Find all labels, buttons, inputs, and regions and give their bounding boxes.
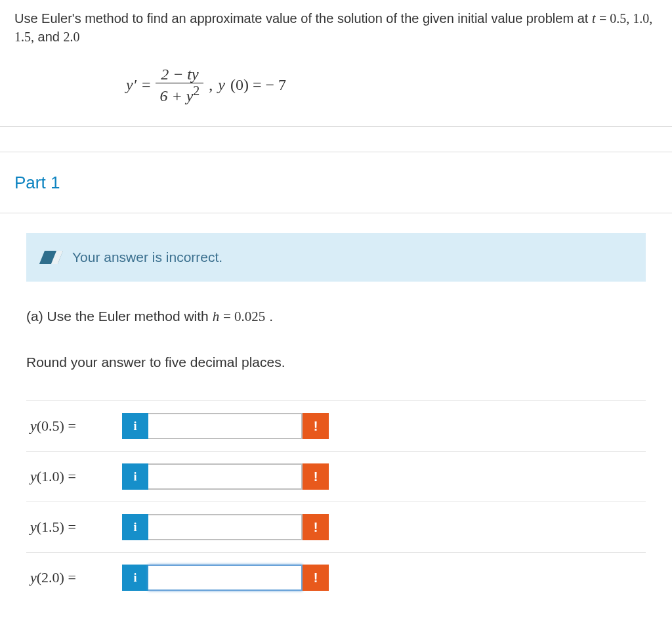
eq-fraction: 2 − ty 6 + y2	[156, 66, 203, 105]
answer-input-group: i!	[122, 565, 329, 591]
eraser-icon	[39, 251, 63, 264]
info-icon[interactable]: i	[122, 565, 148, 591]
answer-label: y(2.0) =	[30, 568, 109, 588]
answer-row: y(1.0) =i!	[26, 452, 646, 502]
var-t: t	[592, 11, 596, 26]
answer-row: y(0.5) =i!	[26, 401, 646, 452]
eq-eq1: =	[142, 74, 151, 96]
answer-input[interactable]	[148, 463, 303, 490]
incorrect-alert: Your answer is incorrect.	[26, 233, 646, 281]
answer-input[interactable]	[148, 413, 303, 439]
answer-input-group: i!	[122, 514, 329, 540]
answer-label: y(1.5) =	[30, 517, 109, 538]
eq-lhs: y′	[126, 74, 136, 96]
equals: =	[599, 11, 610, 26]
part-heading: Part 1	[0, 152, 672, 213]
rounding-instructions: Round your answer to five decimal places…	[26, 353, 646, 372]
answer-label: y(1.0) =	[30, 467, 109, 487]
eq-ic-y: y	[218, 74, 225, 96]
eq-num: 2 − ty	[157, 66, 203, 83]
answer-input[interactable]	[148, 514, 303, 540]
answer-input-group: i!	[122, 463, 329, 490]
info-icon[interactable]: i	[122, 413, 148, 439]
answer-row: y(1.5) =i!	[26, 502, 646, 553]
h-value: 0.025	[234, 309, 265, 324]
t-last: 2.0	[64, 30, 80, 44]
subprompt: (a) Use the Euler method with h = 0.025 …	[26, 307, 646, 326]
part-body: Your answer is incorrect. (a) Use the Eu…	[0, 213, 672, 603]
answer-row: y(2.0) =i!	[26, 553, 646, 603]
answer-input-group: i!	[122, 413, 329, 439]
eq-ic-rest: (0) = − 7	[230, 74, 286, 96]
and-word: and	[38, 30, 64, 44]
alert-text: Your answer is incorrect.	[72, 247, 222, 267]
answer-input[interactable]	[148, 565, 303, 591]
info-icon[interactable]: i	[122, 463, 148, 490]
error-icon: !	[303, 514, 329, 540]
eq-comma: ,	[209, 74, 213, 96]
var-h: h	[213, 309, 220, 324]
eq-den: 6 + y2	[156, 83, 203, 104]
question-prompt: Use Euler's method to find an approximat…	[0, 0, 672, 127]
error-icon: !	[303, 565, 329, 591]
error-icon: !	[303, 413, 329, 439]
answer-label: y(0.5) =	[30, 416, 109, 437]
error-icon: !	[303, 463, 329, 490]
prompt-text: Use Euler's method to find an approximat…	[14, 11, 592, 26]
info-icon[interactable]: i	[122, 514, 148, 540]
equation-block: y′ = 2 − ty 6 + y2 , y (0) = − 7	[126, 66, 658, 105]
answers-table: y(0.5) =i!y(1.0) =i!y(1.5) =i!y(2.0) =i!	[26, 400, 646, 603]
